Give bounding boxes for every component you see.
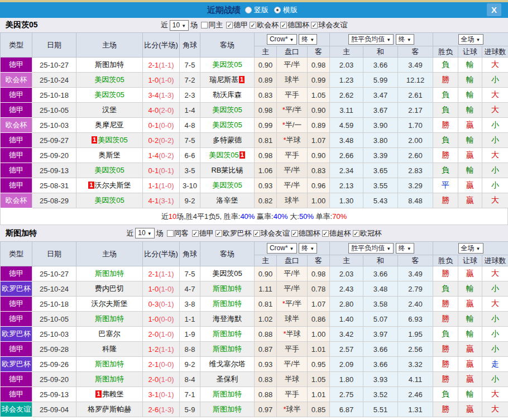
handicap-outcome: 贏 [458, 178, 482, 193]
team-name: 美因茨05 [212, 106, 242, 114]
mean-away-odds: 2.00 [398, 133, 433, 148]
league-filter-欧冠杯[interactable]: ✓欧冠杯 [353, 228, 382, 238]
mean-draw-odds: 3.52 [363, 387, 398, 402]
odds-company-dropdown[interactable]: Crow*▼ [267, 243, 297, 254]
rounds-select[interactable]: 10▼ [170, 20, 189, 31]
goals-outcome: 小 [482, 312, 508, 327]
checkbox-unchecked-icon[interactable] [167, 230, 174, 237]
checkbox-checked-icon[interactable]: ✓ [215, 230, 222, 237]
league-filter-德甲[interactable]: ✓德甲 [192, 228, 214, 238]
match-row: 德甲25-10-05汉堡4-0(2-0)1-4美因茨050.98*平/半0.90… [1, 103, 508, 118]
summary-segment: 场,胜4平1负5, 胜率: [176, 212, 240, 221]
mean-draw-odds: 5.99 [363, 73, 398, 88]
handicap-outcome: 贏 [458, 342, 482, 357]
mean-dropdown[interactable]: 胜平负均值▼ [348, 243, 394, 254]
league-filter-德国杯[interactable]: ✓德国杯 [291, 228, 320, 238]
same-side-filter[interactable]: 同客 [167, 228, 189, 238]
match-type-badge: 德甲 [1, 58, 32, 73]
result-outcome: 勝 [433, 193, 458, 208]
fulltime-score: 1-1 [148, 182, 159, 190]
league-filter-德超杯[interactable]: ✓德超杯 [322, 228, 351, 238]
close-icon[interactable]: X [487, 3, 501, 16]
away-odds: 0.90 [308, 103, 330, 118]
handicap-line: 半球 [277, 372, 308, 387]
handicap-line: 球半 [277, 73, 308, 88]
vertical-layout-radio[interactable] [245, 7, 252, 13]
match-row: 德甲25-09-13美因茨050-1(0-1)3-5RB莱比锡1.06平/半0.… [1, 163, 508, 178]
corner-count: 9-2 [180, 193, 200, 208]
mean-draw-odds: 3.93 [363, 372, 398, 387]
odds-final-dropdown[interactable]: 终▼ [299, 34, 317, 45]
goals-outcome: 大 [482, 88, 508, 103]
corner-count: 8-8 [180, 342, 200, 357]
checkbox-unchecked-icon[interactable] [201, 22, 208, 28]
mean-final-dropdown[interactable]: 终▼ [396, 34, 414, 45]
self-team-name: 美因茨05 [76, 73, 143, 88]
away-odds: 1.07 [308, 297, 330, 312]
mean-dropdown[interactable]: 胜平负均值▼ [348, 34, 394, 45]
mean-away-odds: 12.12 [398, 73, 433, 88]
away-odds: 0.83 [308, 163, 330, 178]
match-score: 3-1(0-1) [143, 387, 180, 402]
same-side-filter[interactable]: 同主 [201, 20, 223, 30]
team-name: 斯图加特 [213, 345, 242, 353]
match-type-badge: 德甲 [1, 372, 32, 387]
mean-home-odds: 3.42 [330, 327, 363, 342]
team2-section-header: 近 10▼ 场 同客 ✓德甲✓欧罗巴杯✓球会友谊✓德国杯✓德超杯✓欧冠杯 斯图加… [0, 225, 508, 241]
subheader-goals: 进球数 [482, 46, 508, 58]
subheader-odds-away: 客 [308, 46, 330, 58]
scope-dropdown[interactable]: 全场▼ [458, 243, 483, 254]
checkbox-checked-icon[interactable]: ✓ [311, 22, 318, 28]
opponent-team-name: 汉堡 [76, 103, 143, 118]
team-name: 维戈塞尔塔 [209, 360, 246, 368]
chevron-down-icon: ▼ [407, 37, 411, 42]
league-filter-球会友谊[interactable]: ✓球会友谊 [253, 228, 290, 238]
home-odds: 0.93 [255, 178, 277, 193]
checkbox-checked-icon[interactable]: ✓ [192, 230, 199, 237]
odds-final-dropdown[interactable]: 终▼ [299, 243, 317, 254]
league-filter-欧会杯[interactable]: ✓欧会杯 [250, 20, 279, 30]
goals-outcome: 大 [482, 58, 508, 73]
mean-draw-odds: 3.90 [363, 118, 398, 133]
handicap-line: *半/一 [277, 118, 308, 133]
handicap-outcome: 贏 [458, 402, 482, 417]
league-filter-德甲[interactable]: ✓德甲 [226, 20, 248, 30]
horizontal-layout-radio[interactable] [274, 7, 281, 13]
rounds-select[interactable]: 10▼ [135, 228, 154, 238]
match-date: 25-10-05 [32, 103, 76, 118]
match-score: 1-0(1-0) [143, 281, 180, 297]
checkbox-checked-icon[interactable]: ✓ [253, 230, 260, 237]
checkbox-checked-icon[interactable]: ✓ [353, 230, 360, 237]
subheader-mean-home: 主 [330, 255, 363, 266]
mean-final-dropdown[interactable]: 终▼ [396, 243, 414, 254]
result-outcome: 負 [433, 103, 458, 118]
self-team-name: 斯图加特 [76, 312, 143, 327]
league-filter-球会友谊[interactable]: ✓球会友谊 [311, 20, 347, 30]
checkbox-checked-icon[interactable]: ✓ [280, 22, 287, 28]
scope-dropdown[interactable]: 全场▼ [458, 34, 483, 45]
checkbox-checked-icon[interactable]: ✓ [226, 22, 233, 28]
self-team-name: 斯图加特 [200, 297, 255, 312]
mean-home-odds: 2.03 [330, 266, 363, 281]
mean-home-odds: 4.59 [330, 118, 363, 133]
halftime-score: (0-1) [159, 390, 174, 399]
match-type-badge: 德甲 [1, 297, 32, 312]
checkbox-checked-icon[interactable]: ✓ [322, 230, 329, 237]
fulltime-score: 2-1 [148, 360, 159, 369]
result-outcome: 負 [433, 133, 458, 148]
match-score: 2-1(1-1) [143, 266, 180, 281]
team-name: 美因茨05 [212, 181, 242, 189]
league-filter-label: 欧冠杯 [360, 228, 382, 238]
match-row: 德甲25-10-18沃尔夫斯堡0-3(0-1)3-8斯图加特0.81*平/半1.… [1, 297, 508, 312]
team-name: 斯图加特 [213, 405, 242, 413]
self-team-name: 斯图加特 [76, 357, 143, 372]
away-odds: 0.89 [308, 118, 330, 133]
checkbox-checked-icon[interactable]: ✓ [250, 22, 256, 28]
checkbox-checked-icon[interactable]: ✓ [291, 230, 298, 237]
league-filter-欧罗巴杯[interactable]: ✓欧罗巴杯 [215, 228, 252, 238]
mean-away-odds: 8.48 [398, 193, 433, 208]
match-score: 2-1(1-1) [143, 58, 180, 73]
odds-company-dropdown[interactable]: Crow*▼ [267, 34, 297, 45]
league-filter-德国杯[interactable]: ✓德国杯 [280, 20, 309, 30]
goals-outcome: 小 [482, 133, 508, 148]
